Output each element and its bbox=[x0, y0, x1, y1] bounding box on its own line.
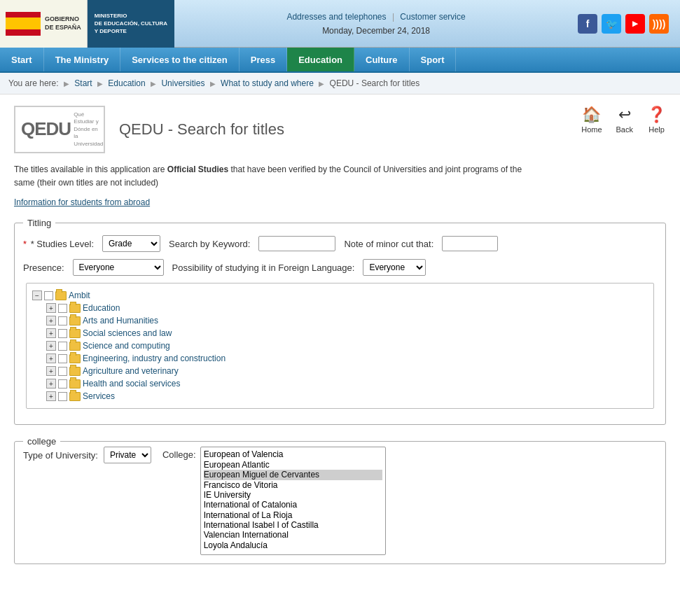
tree-agriculture-checkbox[interactable] bbox=[58, 367, 67, 376]
college-listbox-group: College: European of Valencia European A… bbox=[162, 447, 386, 555]
college-option-0[interactable]: European of Valencia bbox=[204, 449, 382, 459]
college-option-8[interactable]: Valencian International bbox=[204, 530, 382, 540]
ministry-text: MINISTERIO DE EDUCACIÓN, CULTURA Y DEPOR… bbox=[95, 12, 167, 36]
home-icon: 🏠 bbox=[582, 106, 601, 124]
header-links: Addresses and telephones | Customer serv… bbox=[174, 12, 578, 22]
college-option-9[interactable]: Loyola Andalucía bbox=[204, 540, 382, 550]
college-listbox[interactable]: European of Valencia European Atlantic E… bbox=[200, 447, 386, 555]
college-option-4[interactable]: IE University bbox=[204, 490, 382, 500]
home-util[interactable]: 🏠 Home bbox=[581, 106, 602, 134]
college-option-3[interactable]: Francisco de Vitoria bbox=[204, 480, 382, 490]
page-header: GOBIERNO DE ESPAÑA MINISTERIO DE EDUCACI… bbox=[0, 0, 680, 48]
home-label: Home bbox=[581, 125, 602, 134]
college-option-2[interactable]: European Miguel de Cervantes bbox=[204, 470, 382, 479]
tree-item-social: + Social sciences and law bbox=[46, 327, 648, 340]
addresses-link[interactable]: Addresses and telephones bbox=[286, 12, 386, 22]
qedu-logo-box: QEDU Qué Estudiar y Dónde en la Universi… bbox=[14, 106, 105, 153]
government-logo: GOBIERNO DE ESPAÑA bbox=[0, 0, 88, 48]
college-section: college Type of University: Public Priva… bbox=[14, 436, 666, 564]
tree-arts-link[interactable]: Arts and Humanities bbox=[83, 316, 158, 326]
college-option-1[interactable]: European Atlantic bbox=[204, 460, 382, 470]
foreign-lang-select[interactable]: Everyone Yes No bbox=[363, 259, 426, 276]
help-util[interactable]: ❓ Help bbox=[647, 106, 666, 134]
college-label: College: bbox=[162, 449, 196, 460]
tree-science-folder-icon bbox=[69, 342, 81, 351]
college-option-6[interactable]: International of La Rioja bbox=[204, 510, 382, 520]
tree-science-toggle[interactable]: + bbox=[46, 341, 56, 351]
tree-root-checkbox[interactable] bbox=[44, 291, 53, 300]
ambit-tree: − Ambit + Education + Arts and Humanitie bbox=[26, 283, 654, 409]
tree-engineering-toggle[interactable]: + bbox=[46, 354, 56, 363]
rss-icon[interactable]: )))) bbox=[649, 14, 669, 34]
note-input[interactable] bbox=[442, 236, 498, 251]
nav-press[interactable]: Press bbox=[240, 48, 287, 71]
social-icons: f 🐦 ▶ )))) bbox=[578, 14, 680, 34]
tree-health-toggle[interactable]: + bbox=[46, 379, 56, 388]
tree-root-toggle[interactable]: − bbox=[32, 290, 42, 300]
nav-services[interactable]: Services to the citizen bbox=[120, 48, 240, 71]
tree-health-checkbox[interactable] bbox=[58, 379, 67, 388]
tree-engineering-checkbox[interactable] bbox=[58, 354, 67, 363]
customer-service-link[interactable]: Customer service bbox=[400, 12, 465, 22]
tree-social-checkbox[interactable] bbox=[58, 329, 67, 338]
tree-agriculture-link[interactable]: Agriculture and veterinary bbox=[83, 366, 179, 376]
note-label: Note of minor cut that: bbox=[344, 239, 433, 249]
titling-legend: Titling bbox=[23, 218, 55, 228]
tree-agriculture-toggle[interactable]: + bbox=[46, 366, 56, 376]
type-of-university-select[interactable]: Public Private All bbox=[104, 447, 151, 463]
tree-arts-checkbox[interactable] bbox=[58, 316, 67, 326]
tree-arts-toggle[interactable]: + bbox=[46, 316, 56, 326]
twitter-icon[interactable]: 🐦 bbox=[602, 14, 621, 34]
tree-science-checkbox[interactable] bbox=[58, 342, 67, 351]
tree-agriculture-folder-icon bbox=[69, 367, 81, 376]
tree-social-toggle[interactable]: + bbox=[46, 328, 56, 338]
keyword-input[interactable] bbox=[258, 236, 335, 251]
breadcrumb-start[interactable]: Start bbox=[74, 78, 92, 88]
youtube-icon[interactable]: ▶ bbox=[625, 14, 645, 34]
gov-text: GOBIERNO DE ESPAÑA bbox=[45, 15, 81, 31]
tree-item-engineering: + Engineering, industry and construction bbox=[46, 352, 648, 365]
tree-item-arts: + Arts and Humanities bbox=[46, 314, 648, 327]
presence-select[interactable]: Everyone Presential Distance Mixed bbox=[73, 259, 164, 276]
nav-culture[interactable]: Culture bbox=[354, 48, 410, 71]
back-icon: ↩ bbox=[618, 106, 631, 124]
tree-engineering-link[interactable]: Engineering, industry and construction bbox=[83, 354, 225, 363]
nav-sport[interactable]: Sport bbox=[410, 48, 457, 71]
qedu-header: QEDU Qué Estudiar y Dónde en la Universi… bbox=[14, 106, 666, 153]
foreign-lang-label: Possibility of studying it in Foreign La… bbox=[172, 262, 355, 273]
breadcrumb-current: QEDU - Search for titles bbox=[330, 78, 420, 88]
tree-services-checkbox[interactable] bbox=[58, 392, 67, 401]
tree-health-link[interactable]: Health and social services bbox=[83, 379, 180, 388]
college-option-5[interactable]: International of Catalonia bbox=[204, 500, 382, 510]
facebook-icon[interactable]: f bbox=[578, 14, 597, 34]
tree-services-toggle[interactable]: + bbox=[46, 391, 56, 401]
breadcrumb-education[interactable]: Education bbox=[108, 78, 145, 88]
college-option-7[interactable]: International Isabel I of Castilla bbox=[204, 520, 382, 530]
back-util[interactable]: ↩ Back bbox=[616, 106, 633, 134]
logos-area: GOBIERNO DE ESPAÑA MINISTERIO DE EDUCACI… bbox=[0, 0, 174, 48]
tree-root-folder-icon bbox=[55, 291, 67, 300]
tree-services-link[interactable]: Services bbox=[83, 391, 115, 401]
tree-science-link[interactable]: Science and computing bbox=[83, 341, 170, 351]
ministry-logo: MINISTERIO DE EDUCACIÓN, CULTURA Y DEPOR… bbox=[88, 0, 174, 48]
tree-education-checkbox[interactable] bbox=[58, 304, 67, 313]
tree-children: + Education + Arts and Humanities + Soci… bbox=[46, 302, 648, 402]
tree-arts-folder-icon bbox=[69, 316, 81, 326]
tree-root-label[interactable]: Ambit bbox=[69, 290, 90, 300]
breadcrumb-what-to-study[interactable]: What to study and where bbox=[221, 78, 314, 88]
info-students-abroad-link[interactable]: Information for students from abroad bbox=[14, 197, 150, 207]
nav-education[interactable]: Education bbox=[287, 48, 354, 71]
tree-education-toggle[interactable]: + bbox=[46, 303, 56, 313]
type-label: Type of University: bbox=[23, 450, 98, 461]
titling-section: Titling * * Studies Level: Grade Master … bbox=[14, 218, 666, 425]
nav-start[interactable]: Start bbox=[0, 48, 44, 71]
presence-label: Presence: bbox=[23, 262, 64, 273]
presence-row: Presence: Everyone Presential Distance M… bbox=[23, 259, 657, 276]
tree-social-link[interactable]: Social sciences and law bbox=[83, 328, 172, 338]
type-of-university-group: Type of University: Public Private All bbox=[23, 447, 151, 463]
nav-ministry[interactable]: The Ministry bbox=[44, 48, 121, 71]
breadcrumb-universities[interactable]: Universities bbox=[161, 78, 204, 88]
tree-education-link[interactable]: Education bbox=[83, 303, 120, 313]
studies-level-select[interactable]: Grade Master Doctorate All bbox=[102, 235, 160, 252]
breadcrumb-you-are-here: You are here: bbox=[8, 78, 59, 88]
